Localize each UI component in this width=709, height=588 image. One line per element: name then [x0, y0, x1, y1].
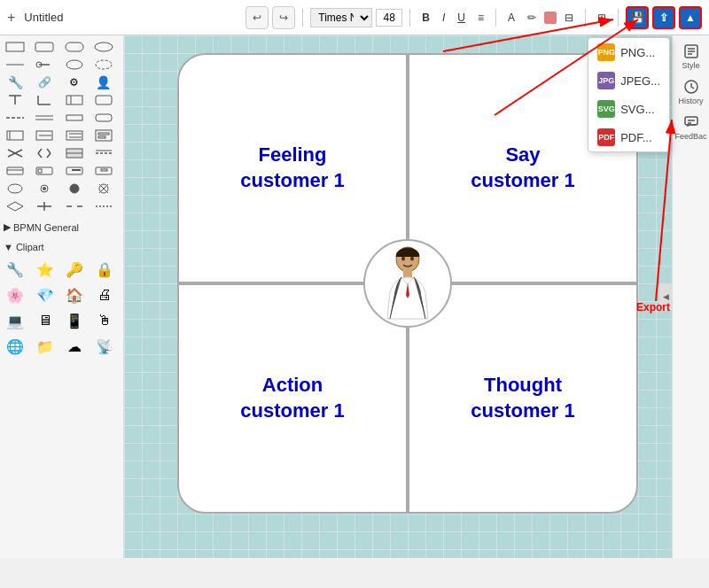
svg-rect-19 [96, 96, 112, 104]
shape-horiz-4[interactable] [92, 110, 115, 126]
shape-horiz-1[interactable] [4, 110, 27, 126]
connection-button[interactable]: ⊟ [560, 10, 578, 26]
shape-horiz-2[interactable] [33, 110, 56, 126]
history-button[interactable]: History [675, 76, 707, 108]
clipart-item-14[interactable]: 📁 [34, 335, 57, 358]
shape-cross-1[interactable] [33, 57, 56, 73]
shape-person-3[interactable]: ⚙ [63, 74, 86, 90]
shape-doc-1[interactable] [4, 128, 27, 143]
clipart-item-10[interactable]: 🖥 [34, 309, 57, 332]
feedback-label: FeedBac [674, 132, 706, 141]
text-color-button[interactable]: A [503, 10, 519, 26]
style-button[interactable]: Style [675, 41, 707, 73]
clipart-item-13[interactable]: 🌐 [4, 335, 27, 358]
shape-bracket-r[interactable] [63, 145, 86, 161]
shape-horiz-3[interactable] [63, 110, 86, 126]
shape-misc-1[interactable] [4, 163, 27, 179]
center-person[interactable] [363, 239, 452, 328]
export-svg-item[interactable]: SVG SVG... [588, 95, 669, 123]
underline-button[interactable]: U [453, 10, 470, 26]
shape-misc-4[interactable] [92, 163, 115, 179]
empathy-map: Feeling customer 1 Say customer 1 Action… [177, 53, 638, 514]
shape-x-2[interactable] [33, 198, 56, 214]
quadrant-feeling[interactable]: Feeling customer 1 [179, 55, 408, 283]
format-toolbar: ↩ ↪ Times Ne B I U ≡ A ✏ ⊟ ⊞ 💾 ⇪ ▲ [245, 6, 702, 29]
shape-hex-1[interactable] [92, 57, 115, 73]
font-family-select[interactable]: Times Ne [310, 8, 372, 27]
svg-point-53 [8, 184, 22, 193]
shape-diamond-2[interactable] [4, 198, 27, 214]
clipart-item-7[interactable]: 🏠 [63, 283, 86, 306]
bpmn-arrow-icon: ▶ [4, 221, 11, 233]
collapse-handle[interactable]: ◀ [659, 283, 672, 310]
toolbar-separator-4 [585, 9, 586, 27]
clipart-grid: 🔧 ⭐ 🔑 🔒 🌸 💎 🏠 🖨 💻 🖥 📱 🖱 🌐 📁 ☁ 📡 [4, 258, 120, 358]
table-button[interactable]: ⊞ [593, 10, 611, 26]
clipart-item-6[interactable]: 💎 [34, 283, 57, 306]
italic-button[interactable]: I [438, 10, 449, 26]
clipart-item-8[interactable]: 🖨 [93, 283, 116, 306]
align-button[interactable]: ≡ [473, 10, 488, 26]
quadrant-action[interactable]: Action customer 1 [179, 283, 408, 512]
svg-rect-45 [7, 167, 23, 174]
shape-rect-2[interactable] [33, 39, 56, 55]
export-button[interactable]: ▲ [679, 6, 702, 29]
shape-person-1[interactable]: 🔧 [4, 74, 27, 90]
shape-rect-3[interactable] [63, 39, 86, 55]
shape-misc-2[interactable] [33, 163, 56, 179]
shape-dash-2[interactable] [92, 198, 115, 214]
history-label: History [678, 97, 703, 105]
shape-oval-3[interactable] [63, 181, 86, 197]
redo-button[interactable]: ↪ [272, 6, 295, 29]
shape-bracket-2[interactable] [92, 92, 115, 108]
pencil-button[interactable]: ✏ [523, 10, 541, 26]
color-picker-icon[interactable] [544, 12, 557, 24]
sidebar-section-clipart[interactable]: ▼ Clipart [4, 240, 120, 254]
shape-dash-1[interactable] [63, 198, 86, 214]
quadrant-thought[interactable]: Thought customer 1 [408, 283, 636, 512]
shape-person-4[interactable]: 👤 [92, 74, 115, 90]
shape-l-1[interactable] [33, 92, 56, 108]
shape-misc-3[interactable] [63, 163, 86, 179]
shape-line-1[interactable] [4, 57, 27, 73]
shape-doc-4[interactable] [92, 128, 115, 143]
export-jpeg-item[interactable]: JPG JPEG... [588, 66, 669, 95]
shape-person-2[interactable]: 🔗 [33, 74, 56, 90]
export-pdf-item[interactable]: PDF PDF... [588, 123, 669, 151]
font-size-input[interactable] [376, 9, 402, 27]
svg-rect-33 [98, 133, 109, 135]
shape-t-1[interactable] [4, 92, 27, 108]
undo-button[interactable]: ↩ [245, 6, 269, 29]
clipart-item-11[interactable]: 📱 [63, 309, 86, 332]
shape-x-1[interactable] [4, 145, 27, 161]
shape-brace[interactable] [92, 145, 115, 161]
shape-doc-2[interactable] [33, 128, 56, 143]
clipart-item-16[interactable]: 📡 [93, 335, 116, 358]
clipart-item-12[interactable]: 🖱 [93, 309, 116, 332]
clipart-item-5[interactable]: 🌸 [4, 283, 27, 306]
shape-rect-1[interactable] [4, 39, 27, 55]
share-button[interactable]: ⇪ [652, 6, 675, 29]
shape-bracket-l[interactable] [33, 145, 56, 161]
shape-diamond-1[interactable] [63, 57, 86, 73]
clipart-item-1[interactable]: 🔧 [4, 258, 27, 281]
shape-oval-4[interactable] [92, 181, 115, 197]
sidebar-section-bpmn[interactable]: ▶ BPMN General [4, 220, 120, 235]
shape-oval-2[interactable] [33, 181, 56, 197]
shape-doc-3[interactable] [63, 128, 86, 143]
export-png-item[interactable]: PNG PNG... [588, 38, 669, 66]
bold-button[interactable]: B [417, 10, 434, 26]
feedback-button[interactable]: FeedBac [675, 112, 707, 143]
shape-oval-1[interactable] [4, 181, 27, 197]
export-jpeg-icon: JPG [597, 72, 615, 89]
save-button[interactable]: 💾 [626, 6, 649, 29]
shape-bracket-1[interactable] [63, 92, 86, 108]
clipart-item-9[interactable]: 💻 [4, 309, 27, 332]
clipart-item-3[interactable]: 🔑 [63, 258, 86, 281]
shape-rect-4[interactable] [92, 39, 115, 55]
toolbar-separator-3 [495, 9, 496, 27]
clipart-item-4[interactable]: 🔒 [93, 258, 116, 281]
svg-rect-32 [96, 130, 112, 141]
clipart-item-15[interactable]: ☁ [63, 335, 86, 358]
clipart-item-2[interactable]: ⭐ [34, 258, 57, 281]
